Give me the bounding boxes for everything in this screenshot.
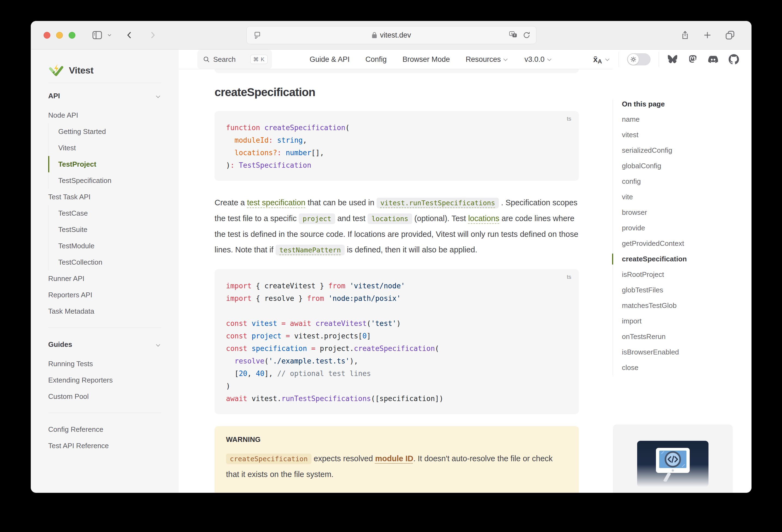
outline-item[interactable]: provide (622, 220, 747, 236)
sidebar-item[interactable]: Extending Reporters (48, 372, 161, 388)
nav-link[interactable]: v3.0.0 (525, 55, 553, 64)
sidebar-item[interactable]: API (48, 87, 161, 104)
tab-group-chevron-icon[interactable] (106, 32, 112, 38)
sponsor-ad-card[interactable] (613, 424, 733, 493)
nav-link[interactable]: Guide & API (310, 55, 350, 64)
sidebar-item[interactable]: Guides (48, 336, 161, 353)
reload-icon[interactable] (523, 31, 531, 39)
language-switcher[interactable]: x̄A (593, 55, 610, 64)
paragraph-run: project (299, 213, 335, 224)
tab-overview-icon[interactable] (725, 29, 735, 41)
outline-item[interactable]: vite (622, 189, 747, 205)
sidebar-item[interactable]: Task Metadata (48, 303, 161, 319)
code-token: number (282, 149, 312, 157)
sidebar-item[interactable]: Node API (48, 107, 161, 123)
code-token: function (226, 123, 264, 132)
code-line: moduleId: string, (226, 134, 567, 146)
sidebar-item[interactable]: Vitest (48, 140, 161, 156)
outline-item[interactable]: globalConfig (622, 158, 747, 174)
paragraph-run[interactable]: locations (468, 214, 499, 223)
sidebar-item[interactable]: TestProject (48, 156, 161, 172)
code-lang-badge: ts (567, 274, 571, 280)
share-icon[interactable] (680, 29, 690, 41)
sidebar-item[interactable]: Runner API (48, 270, 161, 287)
outline-item[interactable]: config (622, 174, 747, 189)
code-token: locations? (235, 149, 277, 157)
nav-link[interactable]: Browser Mode (402, 55, 450, 64)
outline-item-label: name (622, 115, 640, 123)
github-icon[interactable] (728, 54, 739, 65)
code-token: 0 (362, 332, 367, 340)
paragraph-run[interactable]: testNamePattern (276, 245, 345, 255)
nav-link-label: Guide & API (310, 55, 350, 64)
outline-item[interactable]: vitest (622, 127, 747, 143)
sidebar-item[interactable]: TestSpecification (48, 172, 161, 189)
warning-run[interactable]: module ID (375, 454, 413, 463)
outline-item[interactable]: createSpecification (622, 251, 747, 267)
forward-button[interactable] (148, 30, 157, 41)
code-token (277, 319, 282, 327)
back-button[interactable] (125, 30, 134, 41)
sidebar-item[interactable]: Running Tests (48, 356, 161, 372)
nav-link[interactable]: Resources (466, 55, 509, 64)
chevron-down-icon (156, 94, 161, 98)
translate-icon[interactable]: A (509, 31, 518, 39)
discord-icon[interactable] (707, 55, 719, 64)
outline-item[interactable]: isRootProject (622, 267, 747, 282)
mastodon-icon[interactable] (688, 54, 698, 65)
nav-link[interactable]: Config (365, 55, 387, 64)
outline-item[interactable]: browser (622, 205, 747, 220)
lock-icon (372, 32, 377, 39)
minimize-window-button[interactable] (56, 32, 63, 39)
zoom-window-button[interactable] (69, 32, 75, 39)
outline-item[interactable]: getProvidedContext (622, 236, 747, 251)
paragraph-run[interactable]: test specification (247, 198, 305, 207)
outline-item[interactable]: close (622, 360, 747, 376)
search-input[interactable]: Search ⌘ K (198, 49, 272, 69)
code-token: vitest (247, 319, 277, 327)
outline-item[interactable]: matchesTestGlob (622, 298, 747, 313)
code-token: await (290, 319, 311, 327)
theme-toggle[interactable] (627, 54, 650, 65)
outline-item[interactable]: globTestFiles (622, 282, 747, 298)
close-window-button[interactable] (43, 32, 50, 39)
address-bar[interactable]: vitest.dev A (246, 26, 536, 44)
code-token: ( (264, 357, 269, 365)
sidebar-item[interactable]: TestModule (48, 238, 161, 254)
code-search-illustration-icon (646, 441, 700, 482)
sidebar-toggle-icon[interactable] (91, 30, 103, 41)
outline-item[interactable]: serializedConfig (622, 143, 747, 158)
vitest-brand[interactable]: Vitest (48, 63, 161, 78)
vitest-logo-icon (48, 63, 64, 77)
sidebar-item[interactable]: Reporters API (48, 287, 161, 303)
sidebar-item[interactable]: Test Task API (48, 189, 161, 205)
sidebar-item-label: Reporters API (48, 291, 92, 299)
browser-window: vitest.dev A (31, 21, 751, 493)
paragraph-run: (optional). Test (412, 214, 468, 223)
code-token: : (277, 149, 282, 157)
sidebar-item[interactable]: Getting Started (48, 123, 161, 140)
paragraph-run[interactable]: vitest.runTestSpecifications (377, 198, 499, 208)
code-token: const (226, 319, 247, 327)
outline-item[interactable]: import (622, 313, 747, 329)
sidebar-item[interactable]: TestSuite (48, 221, 161, 238)
paragraph-run: and test (335, 214, 367, 223)
sidebar-item[interactable]: Test API Reference (48, 437, 161, 454)
sidebar-item[interactable]: Config Reference (48, 421, 161, 437)
code-token: { createVitest } (252, 282, 328, 290)
sidebar-item[interactable]: Custom Pool (48, 388, 161, 404)
code-token (311, 319, 316, 327)
article: createSpecification ts function createSp… (215, 69, 579, 493)
new-tab-icon[interactable] (703, 29, 712, 41)
code-token: moduleId (235, 136, 269, 144)
sidebar-item[interactable]: TestCase (48, 205, 161, 221)
outline-item[interactable]: isBrowserEnabled (622, 345, 747, 360)
outline-item[interactable]: name (622, 112, 747, 127)
code-token: = (282, 319, 286, 327)
outline-item[interactable]: onTestsRerun (622, 329, 747, 345)
bluesky-icon[interactable] (667, 55, 678, 64)
code-token (226, 149, 235, 157)
outline-item-label: import (622, 317, 641, 325)
sidebar-item[interactable]: TestCollection (48, 254, 161, 270)
code-token: 'node:path/posix' (328, 294, 401, 303)
